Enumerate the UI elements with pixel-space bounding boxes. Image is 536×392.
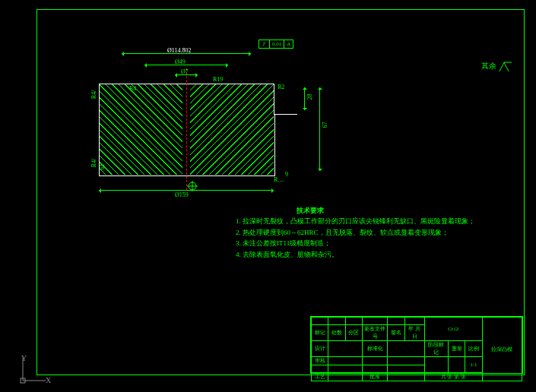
- hdr-date: 年 月 日: [404, 325, 424, 341]
- dim-line-top2: [144, 65, 228, 65]
- gtol-frame: ⫽ 0.01 A: [258, 40, 293, 49]
- dim-radius-right: R2: [278, 84, 284, 90]
- part-name-cell: 拉深凸模: [482, 318, 522, 381]
- rough-label: 其余: [481, 62, 496, 70]
- dim-line-bottom: [99, 190, 274, 191]
- surface-mark-1: R4/: [90, 90, 97, 100]
- tech-req-item: 2. 热处理硬度到60～62HRC，且无脱落、裂纹、软点或显着变形现象；: [236, 227, 475, 238]
- dim-left-small: 61: [99, 164, 106, 170]
- tech-req-item: 3. 未注公差按IT11级精度制造；: [236, 238, 475, 248]
- ucs-y-label: Y: [21, 354, 27, 362]
- dim-right-small: 9: [285, 171, 288, 178]
- gtol-symbol: ⫽: [259, 40, 270, 48]
- dim-top3: Ø7: [181, 68, 189, 75]
- dim-top1: Ø114.802: [167, 47, 191, 54]
- row-check: 审核: [312, 357, 328, 365]
- dim-line-rv1: [304, 87, 305, 110]
- tech-req-title: 技术要求: [297, 205, 475, 216]
- dim-right-v1: 28: [306, 94, 313, 100]
- technical-requirements: 技术要求 1. 拉深时无裂纹，凸模工作部分的刃口应该尖锐锋利无缺口、黑斑险显着现…: [236, 205, 475, 260]
- dim-line-rv2: [319, 87, 320, 171]
- material-cell: Cr12: [424, 318, 482, 341]
- sheet-footer: 共 张 第 张: [424, 373, 482, 381]
- col-weight: 重量: [449, 341, 465, 357]
- part-outline: [99, 84, 275, 176]
- col-scale: 比例: [465, 341, 482, 357]
- cad-viewport: Y X Ø114.802 Ø49 Ø7 R4 R19 R2 Ø159 28 67…: [0, 0, 536, 392]
- datum-a: [187, 181, 198, 193]
- hdr-mark: 标记: [312, 325, 328, 341]
- tech-req-item: 4. 去除表面氧化皮、脏物和杂污。: [236, 249, 475, 260]
- dim-top2: Ø49: [175, 58, 186, 65]
- dim-radius-left: R4: [129, 85, 136, 92]
- col-stage: 阶段标记: [424, 341, 449, 357]
- tech-req-item: 1. 拉深时无裂纹，凸模工作部分的刃口应该尖锐锋利无缺口、黑斑险显着现象；: [236, 216, 475, 226]
- row-design: 设计: [312, 341, 328, 357]
- hdr-sign: 签名: [388, 325, 404, 341]
- scale-value: 1:1: [465, 357, 482, 373]
- default-roughness: 其余: [481, 61, 514, 73]
- hdr-count: 处数: [328, 325, 345, 341]
- gtol-datum: A: [284, 40, 293, 48]
- ucs-x-label: X: [46, 376, 51, 384]
- surface-mark-2: R4/: [90, 159, 97, 168]
- dim-radius-mid: R19: [213, 76, 223, 83]
- dim-right-v2: 67: [322, 122, 328, 128]
- row-std: 标准化: [362, 341, 387, 357]
- surface-mark-3: R....: [274, 176, 284, 183]
- ucs-icon: Y X: [15, 354, 46, 384]
- row-approve: 批准: [362, 373, 387, 381]
- gtol-value: 0.01: [270, 40, 284, 48]
- title-block: Cr12 拉深凸模 标记 处数 分区 更改文件号 签名 年 月 日 设计 标准化…: [310, 316, 523, 374]
- row-proc: 工艺: [312, 373, 328, 381]
- hdr-zone: 分区: [345, 325, 362, 341]
- hdr-docno: 更改文件号: [362, 325, 387, 341]
- section-drawing: Ø114.802 Ø49 Ø7 R4 R19 R2 Ø159 28 67 9 6…: [76, 46, 304, 213]
- centerline-v: [186, 68, 187, 190]
